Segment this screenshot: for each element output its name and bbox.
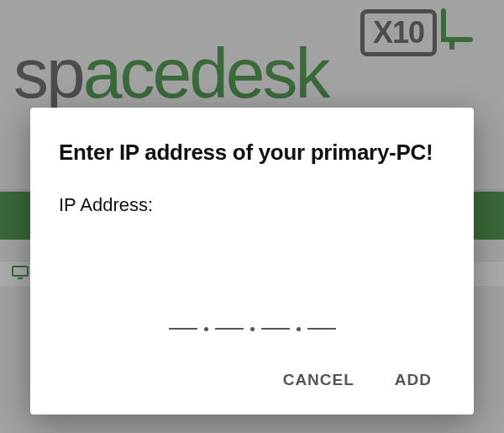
ip-address-dialog: Enter IP address of your primary-PC! IP … <box>30 108 474 415</box>
ip-address-label: IP Address: <box>59 194 445 216</box>
cancel-button[interactable]: CANCEL <box>280 364 358 396</box>
dialog-title: Enter IP address of your primary-PC! <box>59 140 445 166</box>
dialog-button-row: CANCEL ADD <box>59 364 445 396</box>
ip-placeholder <box>167 317 338 339</box>
ip-address-input[interactable] <box>59 216 445 364</box>
add-button[interactable]: ADD <box>391 364 435 396</box>
